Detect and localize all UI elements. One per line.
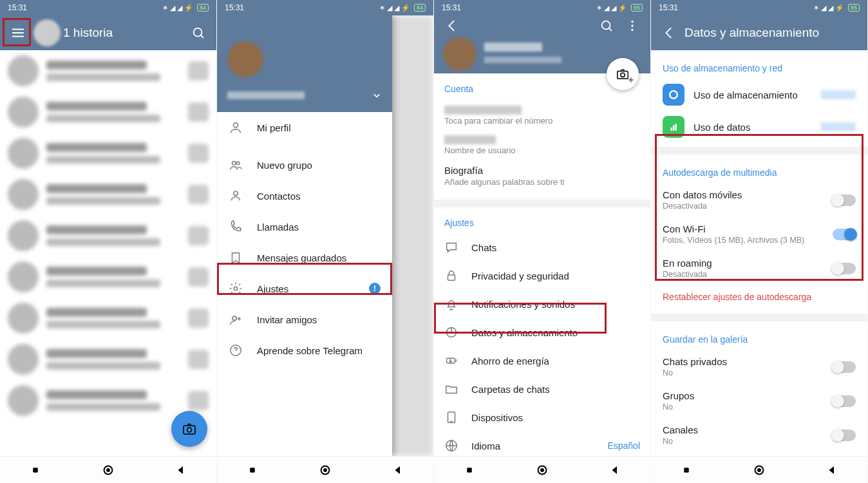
settings-devices[interactable]: Dispositivos: [444, 403, 640, 431]
settings-alert-badge: !: [369, 283, 381, 294]
drawer-avatar[interactable]: [227, 41, 263, 77]
settings-list-section: Ajustes Chats Privacidad y seguridad Not…: [434, 207, 650, 456]
settings-power[interactable]: Ahorro de energía: [444, 346, 640, 375]
autodl-mobile[interactable]: Con datos móvilesDesactivada: [663, 183, 856, 217]
nav-recents[interactable]: [247, 464, 258, 476]
storage-icon: [663, 84, 684, 106]
storage-usage-row[interactable]: Uso de almacenamiento: [663, 79, 856, 111]
battery-badge: 85: [631, 4, 643, 12]
settings-chats[interactable]: Chats: [444, 233, 640, 261]
settings-privacy[interactable]: Privacidad y seguridad: [444, 261, 640, 290]
chat-row[interactable]: [0, 174, 216, 215]
setting-subtitle: Nombre de usuario: [444, 146, 640, 152]
chat-row[interactable]: [0, 50, 216, 91]
option-subtitle: Desactivada: [663, 202, 833, 211]
chat-row[interactable]: [0, 215, 216, 256]
gallery-channels[interactable]: CanalesNo: [663, 418, 856, 452]
data-storage-body[interactable]: Uso de almacenamiento y red Uso de almac…: [651, 50, 867, 456]
android-navbar: [651, 456, 867, 483]
data-usage-row[interactable]: Uso de datos: [663, 111, 856, 143]
toggle-groups[interactable]: [833, 395, 856, 407]
status-time: 15:31: [659, 3, 678, 12]
toggle-roaming[interactable]: [833, 263, 856, 274]
gallery-private[interactable]: Chats privadosNo: [663, 350, 856, 384]
setting-phone[interactable]: Toca para cambiar el número: [444, 99, 640, 129]
nav-back[interactable]: [175, 464, 187, 476]
setting-username[interactable]: Nombre de usuario: [444, 129, 640, 158]
settings-item-label: Idioma: [471, 440, 500, 451]
nav-back[interactable]: [609, 464, 621, 476]
toggle-channels[interactable]: [833, 430, 856, 441]
drawer-new-group[interactable]: Nuevo grupo: [217, 149, 392, 180]
settings-notifications[interactable]: Notificaciones y sonidos: [444, 290, 640, 318]
drawer-invite[interactable]: Invitar amigos: [217, 304, 392, 335]
nav-back[interactable]: [392, 464, 404, 476]
search-button[interactable]: [594, 13, 619, 39]
drawer-saved-messages[interactable]: Mensajes guardados: [217, 242, 392, 273]
autodl-wifi[interactable]: Con Wi-FiFotos, Vídeos (15 MB), Archivos…: [663, 217, 856, 251]
toggle-private[interactable]: [833, 361, 856, 373]
data-icon: [663, 116, 684, 138]
compose-fab[interactable]: [171, 411, 207, 447]
settings-body[interactable]: + Cuenta Toca para cambiar el número Nom…: [434, 36, 650, 456]
chatlist-title: 1 historia: [61, 26, 185, 40]
chat-list[interactable]: [0, 50, 216, 456]
screen-settings: 15:31 ✶ ◢ ◢ ⚡85 + Cuenta Toca para cambi…: [434, 0, 651, 483]
nav-home[interactable]: [318, 463, 332, 477]
page-title: Datos y almacenamiento: [682, 26, 862, 40]
toggle-wifi[interactable]: [833, 229, 856, 240]
screen-drawer: 15:31 ✶ ◢ ◢ ⚡84 Mi perfil Nuevo grupo Co…: [217, 0, 434, 483]
settings-folders[interactable]: Carpetas de chats: [444, 375, 640, 403]
android-navbar: [434, 456, 650, 483]
night-mode-toggle[interactable]: [370, 41, 383, 57]
option-subtitle: No: [663, 368, 833, 377]
expand-accounts-icon[interactable]: [370, 89, 383, 104]
chat-row[interactable]: [0, 256, 216, 298]
nav-home[interactable]: [752, 463, 766, 477]
nav-home[interactable]: [535, 463, 549, 477]
setting-bio[interactable]: BiografíaAñade algunas palabras sobre ti: [444, 158, 640, 193]
back-button[interactable]: [439, 13, 465, 39]
avatar[interactable]: [33, 19, 61, 46]
autodownload-section: Autodescarga de multimedia Con datos móv…: [651, 155, 867, 314]
drawer-settings[interactable]: Ajustes!: [217, 273, 392, 304]
gallery-groups[interactable]: GruposNo: [663, 384, 856, 418]
settings-data-storage[interactable]: Datos y almacenamiento: [444, 318, 640, 346]
nav-recents[interactable]: [464, 464, 475, 476]
drawer-header[interactable]: [217, 15, 392, 112]
chat-row[interactable]: [0, 339, 216, 380]
chat-row[interactable]: [0, 298, 216, 339]
change-photo-fab[interactable]: +: [607, 58, 639, 90]
back-button[interactable]: [656, 20, 682, 46]
toggle-mobile[interactable]: [833, 194, 856, 206]
drawer-item-label: Invitar amigos: [257, 314, 317, 325]
more-button[interactable]: [619, 13, 645, 39]
option-subtitle: Desactivada: [663, 270, 833, 279]
drawer-item-label: Llamadas: [257, 222, 299, 232]
chat-row[interactable]: [0, 133, 216, 174]
screen-data-storage: 15:31 ✶ ◢ ◢ ⚡85 Datos y almacenamiento U…: [651, 0, 868, 483]
drawer-my-profile[interactable]: Mi perfil: [217, 112, 392, 143]
screen-chatlist: 15:31 ✶ ◢ ◢ ⚡84 1 historia: [0, 0, 217, 483]
autodl-roaming[interactable]: En roamingDesactivada: [663, 251, 856, 285]
menu-button[interactable]: [5, 20, 31, 46]
drawer-calls[interactable]: Llamadas: [217, 211, 392, 242]
nav-back[interactable]: [826, 464, 838, 476]
drawer-item-label: Ajustes: [257, 283, 288, 294]
settings-item-label: Ahorro de energía: [471, 355, 549, 366]
section-title: Guardar en la galería: [663, 330, 856, 350]
nav-recents[interactable]: [681, 464, 692, 476]
reset-autodl[interactable]: Restablecer ajustes de autodescarga: [663, 285, 856, 310]
row-label: Uso de datos: [693, 122, 821, 133]
search-button[interactable]: [185, 20, 211, 46]
chat-row[interactable]: [0, 91, 216, 133]
battery-badge: 84: [414, 4, 426, 12]
profile-avatar[interactable]: [443, 37, 476, 71]
status-time: 15:31: [442, 3, 461, 12]
nav-recents[interactable]: [30, 464, 41, 476]
drawer-help[interactable]: Aprende sobre Telegram: [217, 335, 392, 366]
settings-language[interactable]: IdiomaEspañol: [444, 431, 640, 456]
profile-name-blurred: [484, 43, 542, 52]
nav-home[interactable]: [101, 463, 115, 477]
drawer-contacts[interactable]: Contactos: [217, 180, 392, 211]
